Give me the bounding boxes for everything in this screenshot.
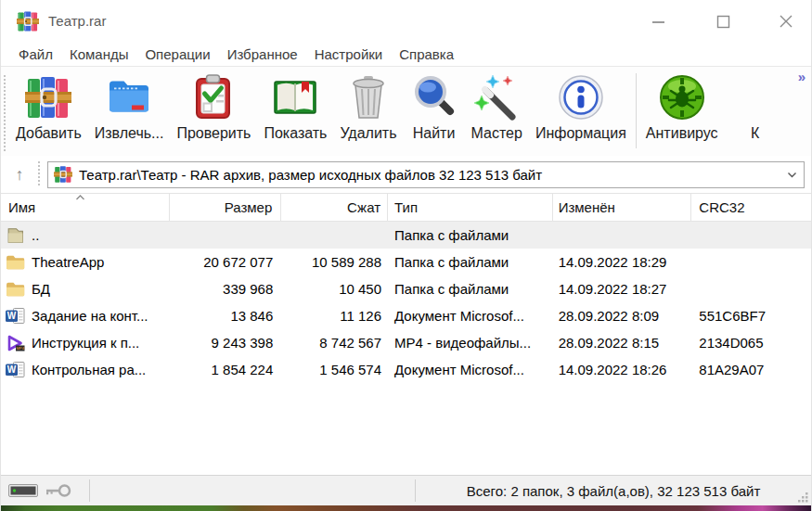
find-button[interactable]: Найти: [404, 71, 465, 142]
file-name: Инструкция к п...: [32, 335, 139, 351]
minimize-button[interactable]: [644, 7, 672, 35]
file-packed: 8 742 567: [281, 329, 388, 356]
file-packed: [281, 222, 388, 249]
delete-button[interactable]: Удалить: [333, 71, 403, 142]
table-row-instrukciya[interactable]: MP4 Инструкция к п... 9 243 398 8 742 56…: [1, 329, 811, 356]
status-middle-panel: [90, 476, 415, 505]
menu-item-file[interactable]: Файл: [10, 46, 61, 62]
archive-icon: [54, 165, 72, 184]
file-name: ..: [32, 227, 39, 243]
info-button[interactable]: Информация: [529, 71, 633, 142]
menu-item-tools[interactable]: Операции: [136, 46, 218, 62]
file-modified: 28.09.2022 8:09: [553, 302, 692, 329]
file-type: Папка с файлами: [388, 249, 553, 275]
file-size: 9 243 398: [170, 329, 282, 356]
menu-item-options[interactable]: Настройки: [306, 46, 392, 62]
close-button[interactable]: [772, 7, 800, 35]
extract-button[interactable]: Извлечь...: [88, 71, 171, 142]
table-row-theatreapp[interactable]: TheatreApp 20 672 077 10 589 288 Папка с…: [1, 249, 811, 275]
file-crc: [691, 275, 811, 302]
file-size: 1 854 224: [170, 356, 282, 383]
column-header-size[interactable]: Размер: [170, 194, 282, 221]
menu-item-help[interactable]: Справка: [391, 46, 462, 62]
toolbar-separator: [636, 73, 637, 148]
up-folder-icon: [6, 227, 25, 244]
window-title: Театр.rar: [48, 13, 106, 29]
svg-text:MP4: MP4: [16, 346, 24, 351]
file-type: Документ Microsof...: [388, 302, 553, 329]
file-type: Папка с файлами: [388, 222, 553, 249]
list-empty-area: [1, 383, 811, 475]
chevron-down-icon[interactable]: [786, 171, 798, 179]
table-row-bd[interactable]: БД 339 968 10 450 Папка с файлами 14.09.…: [1, 275, 811, 302]
menu-bar: Файл Команды Операции Избранное Настройк…: [1, 42, 811, 66]
status-bar: Всего: 2 папок, 3 файл(а,ов), 32 123 513…: [1, 475, 811, 505]
file-crc: 551C6BF7: [691, 302, 811, 329]
file-size: 339 968: [170, 275, 282, 302]
resize-grip[interactable]: [797, 492, 809, 504]
view-button[interactable]: Показать: [257, 71, 333, 142]
maximize-button[interactable]: [709, 7, 737, 35]
address-row: ↑ Театр.rar\Театр - RAR архив, размер ис…: [1, 156, 811, 193]
table-row-zadanie[interactable]: W Задание на конт... 13 846 11 126 Докум…: [1, 302, 811, 329]
sort-ascending-icon: [74, 194, 86, 201]
extract-folder-icon: [105, 71, 153, 123]
word-doc-icon: W: [6, 362, 25, 378]
view-button-label: Показать: [264, 125, 327, 142]
status-total: Всего: 2 папок, 3 файл(а,ов), 32 123 513…: [416, 476, 811, 505]
up-one-level-button[interactable]: ↑: [6, 162, 32, 186]
test-button[interactable]: Проверить: [170, 71, 257, 142]
clipped-toolbar-button[interactable]: К: [725, 71, 786, 142]
column-header-packed[interactable]: Сжат: [281, 194, 388, 221]
address-combobox[interactable]: Театр.rar\Театр - RAR архив, размер исхо…: [47, 161, 805, 188]
column-header-crc32[interactable]: CRC32: [691, 194, 811, 221]
toolbar-overflow-chevron[interactable]: »: [798, 69, 804, 84]
file-size: [170, 222, 282, 249]
table-row-parent-dir[interactable]: .. Папка с файлами: [1, 222, 811, 249]
menu-item-commands[interactable]: Команды: [61, 46, 137, 62]
file-modified: 14.09.2022 18:29: [553, 249, 692, 275]
table-row-kontrolnaya[interactable]: W Контрольная ра... 1 854 224 1 546 574 …: [1, 356, 811, 383]
view-book-icon: [271, 71, 319, 123]
wizard-button[interactable]: Мастер: [465, 71, 529, 142]
toolbar-gripper[interactable]: [4, 75, 8, 152]
wizard-button-label: Мастер: [471, 125, 522, 142]
file-name: БД: [32, 281, 50, 297]
test-clipboard-icon: [189, 71, 238, 123]
menu-item-favorites[interactable]: Избранное: [219, 46, 306, 62]
svg-text:W: W: [7, 364, 17, 375]
delete-button-label: Удалить: [340, 125, 396, 142]
drive-icon[interactable]: [8, 481, 40, 500]
file-type: Папка с файлами: [388, 275, 553, 302]
antivirus-button-label: Антивирус: [646, 125, 718, 142]
status-icons: [1, 481, 89, 500]
up-arrow-icon: ↑: [16, 165, 24, 185]
wizard-wand-icon: [472, 71, 521, 123]
file-crc: [691, 249, 811, 275]
file-type: MP4 - видеофайлы...: [388, 329, 553, 356]
winrar-books-icon: [24, 71, 72, 123]
word-doc-icon: W: [6, 308, 25, 325]
column-header-type[interactable]: Тип: [388, 194, 553, 221]
extract-button-label: Извлечь...: [95, 125, 164, 142]
column-header-modified[interactable]: Изменён: [553, 194, 692, 221]
add-button[interactable]: Добавить: [9, 71, 88, 142]
add-button-label: Добавить: [16, 125, 82, 142]
info-button-label: Информация: [535, 125, 626, 142]
file-modified: 14.09.2022 18:27: [553, 275, 692, 302]
file-modified: 14.09.2022 18:26: [553, 356, 692, 383]
delete-trash-icon: [344, 71, 393, 123]
test-button-label: Проверить: [176, 125, 251, 142]
antivirus-button[interactable]: Антивирус: [639, 71, 725, 142]
svg-text:W: W: [7, 311, 17, 321]
clipped-button-icon: [731, 71, 780, 123]
winrar-window: Театр.rar Файл Команды Операции Избранно…: [0, 0, 812, 511]
minimize-icon: [651, 15, 665, 29]
address-path-text: Театр.rar\Театр - RAR архив, размер исхо…: [79, 167, 782, 183]
file-list: Имя Размер Сжат Тип Изменён CRC32 .. Пап…: [1, 193, 811, 475]
address-bar-gripper[interactable]: [38, 161, 43, 187]
file-modified: 28.09.2022 8:15: [553, 329, 692, 356]
desktop-wallpaper-strip: [1, 505, 811, 511]
title-bar: Театр.rar: [1, 0, 811, 42]
key-icon[interactable]: [45, 481, 72, 500]
